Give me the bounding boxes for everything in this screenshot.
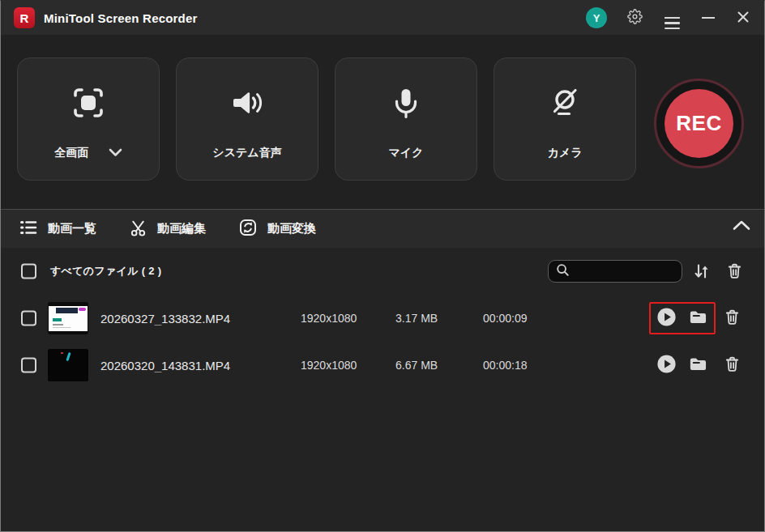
system-audio-icon (229, 84, 266, 125)
rec-button-inner: REC (665, 89, 733, 158)
play-icon (656, 306, 677, 330)
play-icon (656, 353, 677, 377)
file-duration: 00:00:09 (483, 312, 528, 325)
logo-letter: R (20, 11, 29, 25)
file-name: 20260327_133832.MP4 (100, 312, 291, 326)
close-icon (737, 11, 750, 26)
search-input[interactable] (575, 266, 675, 278)
microphone-label: マイク (389, 146, 424, 160)
menu-button[interactable] (663, 15, 682, 21)
tab-video-list[interactable]: 動画一覧 (19, 218, 96, 240)
delete-file-button[interactable] (723, 355, 741, 376)
row-actions (649, 302, 741, 334)
file-size: 3.17 MB (395, 312, 438, 325)
file-checkbox[interactable] (21, 311, 36, 326)
file-row[interactable]: 20260320_143831.MP4 1920x1080 6.67 MB 00… (1, 342, 764, 389)
file-thumbnail (48, 302, 88, 334)
file-checkbox[interactable] (21, 358, 36, 373)
play-button[interactable] (656, 306, 677, 330)
app-window: R MiniTool Screen Recorder Y (0, 0, 765, 532)
window-title: MiniTool Screen Recorder (44, 11, 586, 25)
select-all-label: すべてのファイル ( 2 ) (50, 264, 161, 279)
collapse-panel-button[interactable] (732, 219, 751, 233)
system-audio-label: システム音声 (212, 146, 281, 160)
file-duration: 00:00:18 (483, 359, 528, 372)
open-folder-button[interactable] (687, 306, 709, 330)
open-folder-button[interactable] (687, 353, 709, 377)
rec-label: REC (676, 111, 721, 136)
delete-all-button[interactable] (724, 262, 745, 283)
tab-video-list-label: 動画一覧 (48, 221, 96, 236)
fullscreen-label: 全画面 (55, 146, 89, 160)
file-name: 20260320_143831.MP4 (100, 359, 291, 372)
sort-button[interactable] (691, 262, 712, 283)
user-avatar[interactable]: Y (586, 7, 607, 28)
row-actions-highlight-box (649, 302, 716, 334)
minimize-icon (702, 17, 715, 19)
camera-off-icon (546, 84, 583, 125)
tab-bar: 動画一覧 動画編集 (1, 209, 764, 248)
fullscreen-icon (70, 84, 107, 125)
play-button[interactable] (656, 353, 677, 377)
trash-icon (723, 355, 741, 376)
tab-video-edit-label: 動画編集 (157, 221, 206, 236)
file-row[interactable]: 20260327_133832.MP4 1920x1080 3.17 MB 00… (1, 295, 764, 342)
trash-icon (723, 308, 741, 329)
avatar-letter: Y (593, 12, 600, 24)
system-audio-card[interactable]: システム音声 (176, 57, 318, 181)
gear-icon (627, 9, 643, 27)
sort-icon (692, 262, 712, 283)
app-logo-icon: R (14, 7, 35, 28)
file-list-header: すべてのファイル ( 2 ) (1, 248, 764, 295)
recorder-section: 全画面 システム音声 (1, 35, 764, 209)
search-icon (556, 263, 570, 280)
row-actions (649, 349, 741, 381)
trash-icon (725, 262, 744, 283)
hamburger-icon (665, 17, 680, 19)
microphone-icon (387, 84, 425, 125)
folder-icon (687, 306, 709, 330)
chevron-down-icon[interactable] (109, 146, 122, 160)
file-resolution: 1920x1080 (301, 359, 357, 372)
folder-icon (687, 353, 709, 377)
video-list-icon (19, 218, 38, 240)
tab-video-edit[interactable]: 動画編集 (129, 219, 206, 240)
file-resolution: 1920x1080 (301, 312, 357, 325)
tab-video-convert[interactable]: 動画変換 (238, 218, 316, 240)
rec-button[interactable]: REC (654, 79, 744, 168)
chevron-up-icon (732, 221, 751, 233)
minimize-button[interactable] (700, 15, 716, 20)
file-size: 6.67 MB (395, 359, 438, 372)
video-edit-icon (129, 219, 147, 240)
delete-file-button[interactable] (723, 308, 741, 329)
file-thumbnail (48, 349, 88, 381)
row-actions-highlight-box (649, 349, 716, 381)
titlebar-controls: Y (586, 7, 751, 28)
file-list-panel: すべてのファイル ( 2 ) (1, 248, 764, 531)
tab-video-convert-label: 動画変換 (267, 221, 316, 236)
close-button[interactable] (735, 9, 751, 28)
source-cards: 全画面 システム音声 (17, 57, 636, 181)
fullscreen-source-card[interactable]: 全画面 (17, 57, 160, 181)
video-convert-icon (238, 218, 258, 240)
select-all-checkbox[interactable] (21, 264, 36, 279)
settings-button[interactable] (626, 7, 644, 28)
microphone-card[interactable]: マイク (335, 57, 477, 181)
title-bar: R MiniTool Screen Recorder Y (1, 1, 764, 35)
camera-card[interactable]: カメラ (494, 57, 636, 181)
camera-label: カメラ (548, 146, 583, 160)
search-box[interactable] (548, 260, 682, 283)
